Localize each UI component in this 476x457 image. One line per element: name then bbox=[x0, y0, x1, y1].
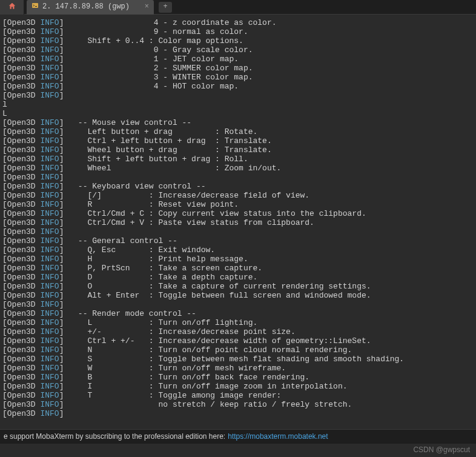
bracket: ] bbox=[59, 264, 69, 273]
log-message: R : Reset view point. bbox=[68, 200, 239, 209]
bracket: ] bbox=[59, 355, 69, 364]
bracket: [ bbox=[2, 127, 7, 136]
log-message: Wheel button + drag : Translate. bbox=[68, 145, 271, 155]
log-source: Open3D bbox=[7, 36, 41, 45]
bracket: ] bbox=[59, 27, 69, 36]
bracket: ] bbox=[59, 73, 69, 82]
terminal-output[interactable]: [Open3D INFO] 4 - z coordinate as color.… bbox=[0, 15, 476, 439]
bracket: [ bbox=[2, 82, 7, 91]
bracket: ] bbox=[59, 391, 69, 400]
log-level: INFO bbox=[40, 400, 59, 409]
terminal-line: [Open3D INFO] Alt + Enter : Toggle betwe… bbox=[2, 291, 476, 300]
terminal-line: [Open3D INFO] S : Toggle between mesh fl… bbox=[2, 355, 476, 364]
bracket: [ bbox=[2, 373, 7, 382]
terminal-line: [Open3D INFO] Wheel : Zoom in/out. bbox=[2, 164, 476, 173]
log-message: Ctrl/Cmd + C : Copy current view status … bbox=[68, 209, 366, 218]
bracket: ] bbox=[59, 309, 69, 318]
terminal-line: [Open3D INFO] Shift + left button + drag… bbox=[2, 155, 476, 164]
log-level: INFO bbox=[40, 282, 59, 291]
log-message: Q, Esc : Exit window. bbox=[68, 245, 215, 255]
log-source: Open3D bbox=[7, 373, 41, 382]
log-level: INFO bbox=[40, 164, 59, 173]
log-source: Open3D bbox=[7, 145, 41, 155]
terminal-line: [Open3D INFO] 9 - normal as color. bbox=[2, 27, 476, 36]
log-level: INFO bbox=[40, 364, 59, 373]
new-tab-button[interactable]: + bbox=[159, 2, 172, 13]
log-source: Open3D bbox=[7, 200, 41, 209]
log-source: Open3D bbox=[7, 173, 41, 182]
terminal-line: [Open3D INFO] bbox=[2, 227, 476, 236]
log-level: INFO bbox=[40, 309, 59, 318]
home-tab[interactable] bbox=[0, 0, 24, 15]
footer-link[interactable]: https://mobaxterm.mobatek.net bbox=[228, 432, 328, 441]
bracket: [ bbox=[2, 400, 7, 409]
log-source: Open3D bbox=[7, 91, 41, 100]
terminal-icon bbox=[31, 2, 39, 12]
terminal-line: [Open3D INFO] Ctrl + left button + drag … bbox=[2, 136, 476, 145]
bracket: [ bbox=[2, 155, 7, 164]
bracket: ] bbox=[59, 164, 69, 173]
bracket: [ bbox=[2, 409, 7, 418]
log-level: INFO bbox=[40, 127, 59, 136]
terminal-line: [Open3D INFO] Wheel button + drag : Tran… bbox=[2, 145, 476, 155]
bracket: [ bbox=[2, 273, 7, 282]
bracket: ] bbox=[59, 345, 69, 355]
log-level: INFO bbox=[40, 182, 59, 191]
terminal-line: [Open3D INFO] D : Take a depth capture. bbox=[2, 273, 476, 282]
log-level: INFO bbox=[40, 336, 59, 345]
bracket: [ bbox=[2, 218, 7, 227]
footer-text: e support MobaXterm by subscribing to th… bbox=[4, 432, 225, 441]
log-message: [/] : Increase/decrease field of view. bbox=[68, 191, 309, 200]
bracket: [ bbox=[2, 27, 7, 36]
terminal-line: [Open3D INFO] -- Keyboard view control -… bbox=[2, 182, 476, 191]
bracket: [ bbox=[2, 200, 7, 209]
log-message: 9 - normal as color. bbox=[68, 27, 248, 36]
log-level: INFO bbox=[40, 200, 59, 209]
log-source: Open3D bbox=[7, 209, 41, 218]
bracket: ] bbox=[59, 245, 69, 255]
terminal-line: L bbox=[2, 109, 476, 118]
log-level: INFO bbox=[40, 18, 59, 27]
log-source: Open3D bbox=[7, 400, 41, 409]
log-level: INFO bbox=[40, 245, 59, 255]
log-level: INFO bbox=[40, 382, 59, 391]
svg-rect-0 bbox=[32, 3, 38, 8]
terminal-line: l bbox=[2, 100, 476, 109]
log-source: Open3D bbox=[7, 18, 41, 27]
close-icon[interactable]: × bbox=[145, 2, 149, 12]
log-message: W : Turn on/off mesh wireframe. bbox=[68, 364, 286, 373]
bracket: [ bbox=[2, 136, 7, 145]
bracket: ] bbox=[59, 318, 69, 327]
log-message: Wheel : Zoom in/out. bbox=[68, 164, 281, 173]
footer-bar: e support MobaXterm by subscribing to th… bbox=[0, 429, 476, 444]
log-level: INFO bbox=[40, 327, 59, 336]
log-level: INFO bbox=[40, 82, 59, 91]
log-message: 4 - HOT color map. bbox=[68, 82, 239, 91]
log-message: Shift + left button + drag : Roll. bbox=[68, 155, 248, 164]
bracket: ] bbox=[59, 136, 69, 145]
bracket: [ bbox=[2, 227, 7, 236]
session-tab[interactable]: 2. 147.8.89.88 (gwp) × bbox=[27, 0, 154, 15]
log-level: INFO bbox=[40, 145, 59, 155]
log-message: Ctrl/Cmd + V : Paste view status from cl… bbox=[68, 218, 314, 227]
terminal-line: [Open3D INFO] 0 - Gray scale color. bbox=[2, 45, 476, 55]
log-message: 4 - z coordinate as color. bbox=[68, 18, 276, 27]
bracket: ] bbox=[59, 209, 69, 218]
log-source: Open3D bbox=[7, 391, 41, 400]
log-message: P, PrtScn : Take a screen capture. bbox=[68, 264, 262, 273]
log-level: INFO bbox=[40, 118, 59, 127]
log-message: +/- : Increase/decrease point size. bbox=[68, 327, 295, 336]
log-level: INFO bbox=[40, 36, 59, 45]
log-source: Open3D bbox=[7, 118, 41, 127]
log-message: S : Toggle between mesh flat shading and… bbox=[68, 355, 404, 364]
terminal-line: [Open3D INFO] 4 - HOT color map. bbox=[2, 82, 476, 91]
tab-title: 2. 147.8.89.88 (gwp) bbox=[42, 2, 130, 12]
bracket: ] bbox=[59, 236, 69, 245]
terminal-line: [Open3D INFO] Left button + drag : Rotat… bbox=[2, 127, 476, 136]
log-message: Ctrl + +/- : Increase/decrease width of … bbox=[68, 336, 371, 345]
log-level: INFO bbox=[40, 209, 59, 218]
log-source: Open3D bbox=[7, 327, 41, 336]
log-source: Open3D bbox=[7, 27, 41, 36]
log-source: Open3D bbox=[7, 73, 41, 82]
log-source: Open3D bbox=[7, 155, 41, 164]
